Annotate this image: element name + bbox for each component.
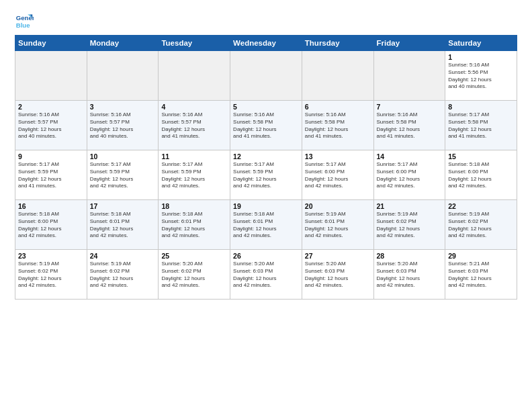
day-number: 1	[448, 53, 514, 61]
day-detail: Sunrise: 5:20 AM Sunset: 6:03 PM Dayligh…	[305, 261, 371, 289]
calendar-cell: 22Sunrise: 5:19 AM Sunset: 6:02 PM Dayli…	[445, 200, 517, 250]
day-number: 25	[161, 252, 227, 260]
calendar-cell	[87, 51, 159, 101]
calendar-cell: 16Sunrise: 5:18 AM Sunset: 6:00 PM Dayli…	[15, 200, 87, 250]
day-detail: Sunrise: 5:20 AM Sunset: 6:03 PM Dayligh…	[233, 261, 299, 289]
day-detail: Sunrise: 5:17 AM Sunset: 5:59 PM Dayligh…	[161, 161, 227, 190]
logo: General Blue	[15, 12, 36, 31]
calendar-cell: 15Sunrise: 5:18 AM Sunset: 6:00 PM Dayli…	[445, 150, 517, 200]
calendar-cell: 24Sunrise: 5:19 AM Sunset: 6:02 PM Dayli…	[87, 250, 159, 300]
day-detail: Sunrise: 5:17 AM Sunset: 5:59 PM Dayligh…	[233, 161, 299, 190]
day-number: 14	[377, 152, 443, 161]
calendar-cell: 28Sunrise: 5:20 AM Sunset: 6:03 PM Dayli…	[373, 250, 445, 300]
calendar-cell: 11Sunrise: 5:17 AM Sunset: 5:59 PM Dayli…	[159, 150, 230, 200]
day-detail: Sunrise: 5:19 AM Sunset: 6:02 PM Dayligh…	[90, 261, 156, 289]
weekday-header-thursday: Thursday	[302, 36, 373, 51]
day-number: 17	[90, 202, 156, 210]
day-number: 19	[233, 202, 299, 210]
calendar-row: 9Sunrise: 5:17 AM Sunset: 5:59 PM Daylig…	[15, 150, 517, 200]
calendar-cell: 14Sunrise: 5:17 AM Sunset: 6:00 PM Dayli…	[373, 150, 445, 200]
day-number: 27	[305, 252, 371, 260]
calendar-cell	[159, 51, 230, 101]
day-number: 22	[448, 202, 514, 210]
day-detail: Sunrise: 5:17 AM Sunset: 5:59 PM Dayligh…	[90, 161, 156, 190]
day-number: 28	[377, 252, 443, 260]
logo-icon: General Blue	[15, 12, 34, 31]
day-detail: Sunrise: 5:21 AM Sunset: 6:03 PM Dayligh…	[448, 261, 514, 289]
calendar-cell: 3Sunrise: 5:16 AM Sunset: 5:57 PM Daylig…	[87, 101, 159, 150]
day-detail: Sunrise: 5:20 AM Sunset: 6:03 PM Dayligh…	[377, 261, 443, 289]
day-number: 26	[233, 252, 299, 260]
day-number: 11	[161, 152, 227, 161]
day-detail: Sunrise: 5:19 AM Sunset: 6:02 PM Dayligh…	[448, 211, 514, 240]
calendar-row: 1Sunrise: 5:16 AM Sunset: 5:56 PM Daylig…	[15, 51, 517, 101]
day-detail: Sunrise: 5:16 AM Sunset: 5:57 PM Dayligh…	[90, 111, 156, 140]
day-number: 2	[18, 103, 84, 111]
header: General Blue	[15, 12, 517, 31]
page: General Blue SundayMondayTuesdayWednesda…	[0, 0, 532, 411]
calendar-cell: 5Sunrise: 5:16 AM Sunset: 5:58 PM Daylig…	[230, 101, 302, 150]
day-detail: Sunrise: 5:20 AM Sunset: 6:02 PM Dayligh…	[161, 261, 227, 289]
day-number: 21	[377, 202, 443, 210]
day-number: 5	[233, 103, 299, 111]
calendar-cell	[373, 51, 445, 101]
day-number: 24	[90, 252, 156, 260]
calendar-cell: 23Sunrise: 5:19 AM Sunset: 6:02 PM Dayli…	[15, 250, 87, 300]
weekday-header-friday: Friday	[373, 36, 445, 51]
day-number: 13	[305, 152, 371, 161]
day-number: 9	[18, 152, 84, 161]
calendar-cell: 20Sunrise: 5:19 AM Sunset: 6:01 PM Dayli…	[302, 200, 373, 250]
calendar-row: 2Sunrise: 5:16 AM Sunset: 5:57 PM Daylig…	[15, 101, 517, 150]
calendar-cell	[230, 51, 302, 101]
day-detail: Sunrise: 5:19 AM Sunset: 6:02 PM Dayligh…	[377, 211, 443, 240]
day-detail: Sunrise: 5:16 AM Sunset: 5:56 PM Dayligh…	[448, 62, 514, 91]
calendar-cell: 9Sunrise: 5:17 AM Sunset: 5:59 PM Daylig…	[15, 150, 87, 200]
day-detail: Sunrise: 5:19 AM Sunset: 6:02 PM Dayligh…	[18, 261, 84, 289]
day-detail: Sunrise: 5:18 AM Sunset: 6:01 PM Dayligh…	[90, 211, 156, 240]
calendar-cell: 18Sunrise: 5:18 AM Sunset: 6:01 PM Dayli…	[159, 200, 230, 250]
weekday-header-row: SundayMondayTuesdayWednesdayThursdayFrid…	[15, 36, 517, 51]
calendar-cell: 1Sunrise: 5:16 AM Sunset: 5:56 PM Daylig…	[445, 51, 517, 101]
calendar-row: 16Sunrise: 5:18 AM Sunset: 6:00 PM Dayli…	[15, 200, 517, 250]
calendar-row: 23Sunrise: 5:19 AM Sunset: 6:02 PM Dayli…	[15, 250, 517, 300]
calendar-cell: 21Sunrise: 5:19 AM Sunset: 6:02 PM Dayli…	[373, 200, 445, 250]
weekday-header-saturday: Saturday	[445, 36, 517, 51]
weekday-header-wednesday: Wednesday	[230, 36, 302, 51]
day-number: 12	[233, 152, 299, 161]
day-number: 4	[161, 103, 227, 111]
calendar-cell: 25Sunrise: 5:20 AM Sunset: 6:02 PM Dayli…	[159, 250, 230, 300]
weekday-header-sunday: Sunday	[15, 36, 87, 51]
day-detail: Sunrise: 5:18 AM Sunset: 6:01 PM Dayligh…	[233, 211, 299, 240]
day-detail: Sunrise: 5:16 AM Sunset: 5:58 PM Dayligh…	[305, 111, 371, 140]
day-number: 8	[448, 103, 514, 111]
day-number: 23	[18, 252, 84, 260]
calendar-cell: 13Sunrise: 5:17 AM Sunset: 6:00 PM Dayli…	[302, 150, 373, 200]
calendar-cell: 26Sunrise: 5:20 AM Sunset: 6:03 PM Dayli…	[230, 250, 302, 300]
calendar-cell: 4Sunrise: 5:16 AM Sunset: 5:57 PM Daylig…	[159, 101, 230, 150]
day-detail: Sunrise: 5:18 AM Sunset: 6:00 PM Dayligh…	[448, 161, 514, 190]
calendar-cell	[15, 51, 87, 101]
day-detail: Sunrise: 5:19 AM Sunset: 6:01 PM Dayligh…	[305, 211, 371, 240]
day-detail: Sunrise: 5:16 AM Sunset: 5:57 PM Dayligh…	[161, 111, 227, 140]
day-number: 15	[448, 152, 514, 161]
day-number: 7	[377, 103, 443, 111]
calendar-cell: 7Sunrise: 5:16 AM Sunset: 5:58 PM Daylig…	[373, 101, 445, 150]
day-detail: Sunrise: 5:17 AM Sunset: 5:59 PM Dayligh…	[18, 161, 84, 190]
day-detail: Sunrise: 5:16 AM Sunset: 5:58 PM Dayligh…	[233, 111, 299, 140]
day-number: 6	[305, 103, 371, 111]
day-detail: Sunrise: 5:18 AM Sunset: 6:00 PM Dayligh…	[18, 211, 84, 240]
day-number: 20	[305, 202, 371, 210]
day-number: 18	[161, 202, 227, 210]
calendar-cell: 19Sunrise: 5:18 AM Sunset: 6:01 PM Dayli…	[230, 200, 302, 250]
calendar-cell: 2Sunrise: 5:16 AM Sunset: 5:57 PM Daylig…	[15, 101, 87, 150]
day-number: 3	[90, 103, 156, 111]
calendar-cell	[302, 51, 373, 101]
weekday-header-monday: Monday	[87, 36, 159, 51]
weekday-header-tuesday: Tuesday	[159, 36, 230, 51]
day-number: 16	[18, 202, 84, 210]
day-detail: Sunrise: 5:17 AM Sunset: 6:00 PM Dayligh…	[305, 161, 371, 190]
calendar-table: SundayMondayTuesdayWednesdayThursdayFrid…	[15, 35, 517, 300]
day-detail: Sunrise: 5:16 AM Sunset: 5:57 PM Dayligh…	[18, 111, 84, 140]
calendar-cell: 10Sunrise: 5:17 AM Sunset: 5:59 PM Dayli…	[87, 150, 159, 200]
day-detail: Sunrise: 5:17 AM Sunset: 6:00 PM Dayligh…	[377, 161, 443, 190]
